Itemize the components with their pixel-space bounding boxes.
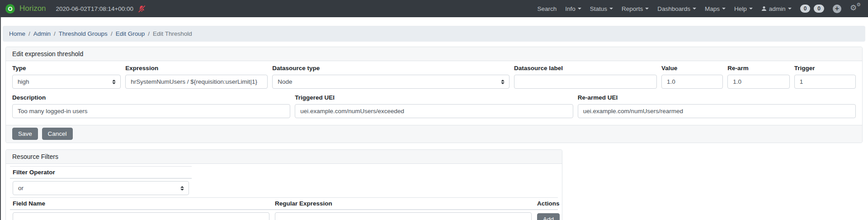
breadcrumb-admin[interactable]: Admin (33, 30, 51, 37)
top-navbar: Horizon 2020-06-02T17:08:14+00:00 Search… (0, 0, 868, 17)
navbar-left: Horizon 2020-06-02T17:08:14+00:00 (5, 4, 146, 14)
value-label: Value (661, 65, 723, 72)
datasource-label-label: Datasource label (514, 65, 657, 72)
filter-operator-select[interactable]: or (13, 181, 189, 195)
type-label: Type (12, 65, 121, 72)
breadcrumb-home[interactable]: Home (9, 30, 25, 37)
breadcrumb-separator: / (145, 30, 153, 37)
edit-threshold-card: Edit expression threshold Type high Expr… (5, 47, 863, 143)
datasource-type-select-value: Node (278, 78, 292, 85)
chevron-down-icon (693, 8, 696, 10)
chevron-down-icon (749, 8, 753, 10)
trigger-label: Trigger (794, 65, 856, 72)
triggered-uei-input[interactable] (295, 104, 573, 118)
cancel-button[interactable]: Cancel (42, 128, 73, 140)
regular-expression-input[interactable] (275, 212, 532, 220)
nav-status-menu[interactable]: Status (590, 5, 613, 12)
breadcrumb: Home/Admin/Threshold Groups/Edit Group/E… (3, 26, 865, 42)
actions-header: Actions (534, 198, 558, 210)
description-label: Description (12, 94, 290, 101)
select-arrows-icon (112, 80, 116, 84)
rearm-label: Re-arm (727, 65, 789, 72)
threshold-fields-row: Type high Expression Datasource type Nod… (12, 65, 856, 89)
breadcrumb-separator: / (108, 30, 116, 37)
nav-reports-menu[interactable]: Reports (622, 5, 649, 12)
select-arrows-icon (180, 186, 184, 191)
nav-user-menu[interactable]: admin (761, 5, 792, 12)
datasource-label-input[interactable] (514, 75, 657, 89)
resource-filters-card: Resource Filters Filter Operator or Fiel… (5, 149, 562, 220)
add-filter-button[interactable]: Add (537, 213, 560, 220)
threshold-uei-row: Description Triggered UEI Re-armed UEI (12, 94, 856, 118)
filter-operator-label: Filter Operator (10, 167, 192, 179)
resource-filters-card-title: Resource Filters (6, 150, 562, 164)
datasource-type-label: Datasource type (272, 65, 509, 72)
chevron-down-icon (722, 8, 726, 10)
notice-count-badge[interactable]: 0 (800, 5, 811, 13)
chevron-down-icon (788, 8, 792, 10)
expression-input[interactable] (125, 75, 268, 89)
edit-threshold-card-title: Edit expression threshold (6, 47, 862, 61)
brand-link[interactable]: Horizon (19, 4, 46, 13)
server-timestamp: 2020-06-02T17:08:14+00:00 (56, 5, 134, 12)
rearmed-uei-label: Re-armed UEI (578, 94, 856, 101)
type-select-value: high (18, 78, 29, 85)
chevron-down-icon (609, 8, 613, 10)
breadcrumb-threshold-groups[interactable]: Threshold Groups (59, 30, 108, 37)
trigger-input[interactable] (794, 75, 856, 89)
admin-gears-icon[interactable] (850, 4, 861, 14)
select-arrows-icon (501, 80, 505, 84)
triggered-uei-label: Triggered UEI (295, 94, 573, 101)
outage-count-badge[interactable]: 0 (814, 5, 824, 13)
expression-label: Expression (125, 65, 268, 72)
value-input[interactable] (661, 75, 723, 89)
rearmed-uei-input[interactable] (578, 104, 856, 118)
nav-search[interactable]: Search (537, 5, 557, 12)
navbar-menu: Search Info Status Reports Dashboards Ma… (537, 4, 861, 14)
resource-filters-table: Field Name Regular Expression Actions Ad… (10, 197, 558, 220)
opennms-logo-icon[interactable] (5, 4, 15, 14)
breadcrumb-separator: / (51, 30, 59, 37)
user-icon (761, 6, 767, 11)
window-edge (0, 17, 1, 220)
nav-maps-menu[interactable]: Maps (705, 5, 726, 12)
nav-help-menu[interactable]: Help (734, 5, 753, 12)
breadcrumb-separator: / (25, 30, 33, 37)
nav-dashboards-menu[interactable]: Dashboards (657, 5, 696, 12)
type-select[interactable]: high (12, 75, 121, 89)
filter-operator-select-value: or (18, 185, 24, 191)
rearm-input[interactable] (727, 75, 789, 89)
chevron-down-icon (645, 8, 649, 10)
notices-off-bell-icon[interactable] (138, 5, 146, 13)
regular-expression-header: Regular Expression (272, 198, 534, 210)
breadcrumb-current: Edit Threshold (153, 30, 192, 37)
save-button[interactable]: Save (12, 128, 38, 140)
field-name-input[interactable] (13, 212, 269, 220)
edit-threshold-form: Type high Expression Datasource type Nod… (6, 61, 862, 125)
field-name-header: Field Name (10, 198, 272, 210)
edit-threshold-actions: Save Cancel (6, 125, 862, 143)
nav-info-menu[interactable]: Info (565, 5, 581, 12)
new-filter-row: Add (10, 210, 558, 220)
chevron-down-icon (578, 8, 581, 10)
datasource-type-select[interactable]: Node (272, 75, 509, 89)
resource-filters-body: Filter Operator or Field Name Regular Ex… (6, 164, 562, 220)
filter-operator-table: Filter Operator or (10, 166, 192, 197)
description-input[interactable] (12, 104, 290, 118)
breadcrumb-edit-group[interactable]: Edit Group (116, 30, 145, 37)
quick-add-icon[interactable] (833, 5, 841, 13)
